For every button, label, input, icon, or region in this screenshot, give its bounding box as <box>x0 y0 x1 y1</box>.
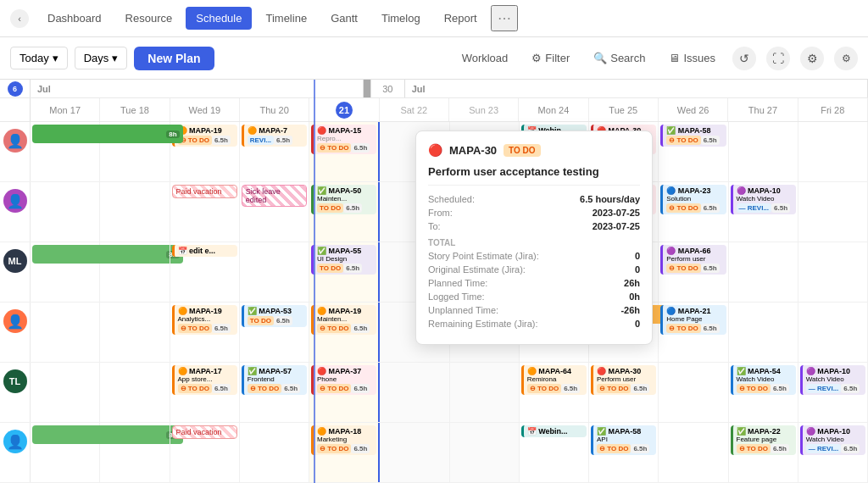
new-plan-button[interactable]: New Plan <box>134 47 214 70</box>
row5-mon17[interactable] <box>31 363 100 422</box>
task-edit-r3[interactable]: 📅 edit e... <box>172 245 237 257</box>
popup-unplanned-row: Unplanned Time: -26h <box>428 305 640 315</box>
row5-tue18[interactable] <box>100 363 170 422</box>
row5-mon24[interactable]: 🟠 MAPA-64 Remirona ⊖ TO DO6.5h <box>520 363 589 422</box>
row6-mon17[interactable]: 8h <box>31 423 100 482</box>
issues-button[interactable]: 🖥 Issues <box>662 48 722 68</box>
row3-thu27[interactable] <box>729 242 798 302</box>
row6-tue25[interactable]: ✅ MAPA-58 API ⊖ TO DO6.5h <box>589 423 659 482</box>
row2-mon17[interactable] <box>31 182 100 242</box>
task-mapa7-r1[interactable]: 🟠 MAPA-7 REVI...6.5h <box>242 125 307 147</box>
task-mapa23-r2[interactable]: 🔵 MAPA-23 Solution ⊖ TO DO6.5h <box>660 185 726 214</box>
nav-tab-dashboard[interactable]: Dashboard <box>37 7 112 30</box>
row3-mon17[interactable]: 8h <box>31 242 100 302</box>
nav-more-button[interactable]: ⋯ <box>491 5 518 31</box>
task-mapa21-r4[interactable]: 🔵 MAPA-21 Home Page ⊖ TO DO6.5h <box>660 305 726 335</box>
days-button[interactable]: Days ▾ <box>75 47 128 69</box>
row4-thu20[interactable]: ✅ MAPA-53 TO DO6.5h <box>240 303 309 362</box>
row6-fri28[interactable]: 🟣 MAPA-10 Watch Video — REVI...6.5h <box>798 423 868 482</box>
task-webin-r6[interactable]: 📅 Webin... <box>521 425 587 437</box>
row5-sat22[interactable] <box>380 363 449 422</box>
row3-fri21[interactable]: ✅ MAPA-55 UI Design TO DO6.5h <box>309 242 380 302</box>
row1-mon17[interactable]: 8h <box>31 122 100 181</box>
row5-thu20[interactable]: ✅ MAPA-57 Frontend ⊖ TO DO6.5h <box>240 363 309 422</box>
gear-button[interactable]: ⚙ <box>834 47 858 70</box>
filter-button[interactable]: ⚙ Filter <box>525 48 576 68</box>
row5-sun23[interactable] <box>450 363 520 422</box>
nav-tab-report[interactable]: Report <box>434 7 487 30</box>
row2-tue18[interactable] <box>100 182 170 242</box>
fullscreen-button[interactable]: ⛶ <box>766 47 790 70</box>
task-mapa55-r3[interactable]: ✅ MAPA-55 UI Design TO DO6.5h <box>311 245 376 275</box>
nav-tab-schedule[interactable]: Schedule <box>186 7 252 30</box>
row3-wed26[interactable]: 🟣 MAPA-66 Perform user ⊖ TO DO6.5h <box>659 242 728 302</box>
row5-wed26[interactable] <box>659 363 728 422</box>
task-mapa64-r5[interactable]: 🟠 MAPA-64 Remirona ⊖ TO DO6.5h <box>521 365 587 395</box>
row6-sun23[interactable] <box>450 423 520 482</box>
task-mapa19b-r4[interactable]: 🟠 MAPA-19 Mainten... ⊖ TO DO6.5h <box>311 305 376 335</box>
search-button[interactable]: 🔍 Search <box>587 48 652 68</box>
task-mapa10-r2[interactable]: 🟣 MAPA-10 Watch Video — REVI...6.5h <box>731 185 796 214</box>
row3-thu20[interactable] <box>240 242 309 302</box>
row3-wed19[interactable]: 📅 edit e... <box>170 242 240 302</box>
row1-wed26[interactable]: ✅ MAPA-58 ⊖ TO DO6.5h <box>659 122 728 181</box>
settings-sliders-button[interactable]: ⚙ <box>800 47 824 70</box>
row2-fri21[interactable]: ✅ MAPA-50 Mainten... TO DO6.5h <box>309 182 380 242</box>
row2-wed26[interactable]: 🔵 MAPA-23 Solution ⊖ TO DO6.5h <box>659 182 728 242</box>
nav-back-arrow[interactable]: ‹ <box>10 9 29 28</box>
task-mapa37-r5[interactable]: 🔴 MAPA-37 Phone ⊖ TO DO6.5h <box>311 365 376 395</box>
row4-fri28[interactable] <box>798 303 868 362</box>
task-mapa57-r5[interactable]: ✅ MAPA-57 Frontend ⊖ TO DO6.5h <box>242 365 307 395</box>
task-mapa54-r5[interactable]: ✅ MAPA-54 Watch Video ⊖ TO DO6.5h <box>731 365 796 395</box>
row6-tue18[interactable] <box>100 423 170 482</box>
row2-thu20[interactable]: Sick leave edited <box>240 182 309 242</box>
row3-fri28[interactable] <box>798 242 868 302</box>
row4-fri21[interactable]: 🟠 MAPA-19 Mainten... ⊖ TO DO6.5h <box>309 303 380 362</box>
task-mapa58-r6[interactable]: ✅ MAPA-58 API ⊖ TO DO6.5h <box>591 425 656 455</box>
nav-tab-timeline[interactable]: Timeline <box>255 7 317 30</box>
row6-thu27[interactable]: ✅ MAPA-22 Feature page ⊖ TO DO6.5h <box>729 423 798 482</box>
row1-thu20[interactable]: 🟠 MAPA-7 REVI...6.5h <box>240 122 309 181</box>
row1-fri21[interactable]: 🔴 MAPA-15 Repro... ⊖ TO DO6.5h <box>309 122 380 181</box>
today-button[interactable]: Today ▾ <box>10 47 68 69</box>
row4-wed19[interactable]: 🟠 MAPA-19 Analytics... ⊖ TO DO6.5h <box>170 303 240 362</box>
row5-fri21[interactable]: 🔴 MAPA-37 Phone ⊖ TO DO6.5h <box>309 363 380 422</box>
task-mapa19-r4[interactable]: 🟠 MAPA-19 Analytics... ⊖ TO DO6.5h <box>172 305 237 335</box>
row4-thu27[interactable] <box>729 303 798 362</box>
row6-sat22[interactable] <box>380 423 449 482</box>
nav-tab-gantt[interactable]: Gantt <box>320 7 368 30</box>
task-mapa10-r5[interactable]: 🟣 MAPA-10 Watch Video — REVI...6.5h <box>800 365 865 395</box>
task-mapa50-r2[interactable]: ✅ MAPA-50 Mainten... TO DO6.5h <box>311 185 376 214</box>
row5-fri28[interactable]: 🟣 MAPA-10 Watch Video — REVI...6.5h <box>798 363 868 422</box>
task-mapa30-r5[interactable]: 🔴 MAPA-30 Perform user ⊖ TO DO6.5h <box>591 365 656 395</box>
row4-tue18[interactable] <box>100 303 170 362</box>
workload-button[interactable]: Workload <box>455 48 515 68</box>
row3-tue18[interactable] <box>100 242 170 302</box>
row6-wed26[interactable] <box>659 423 728 482</box>
row1-thu27[interactable] <box>729 122 798 181</box>
row2-fri28[interactable] <box>798 182 868 242</box>
row4-wed26[interactable]: 🔵 MAPA-21 Home Page ⊖ TO DO6.5h <box>659 303 728 362</box>
row5-thu27[interactable]: ✅ MAPA-54 Watch Video ⊖ TO DO6.5h <box>729 363 798 422</box>
task-mapa18-r6[interactable]: 🟠 MAPA-18 Marketing ⊖ TO DO6.5h <box>311 425 376 455</box>
task-mapa53-r4[interactable]: ✅ MAPA-53 TO DO6.5h <box>242 305 307 327</box>
task-mapa22-r6[interactable]: ✅ MAPA-22 Feature page ⊖ TO DO6.5h <box>731 425 796 455</box>
row2-wed19[interactable]: Paid vacation <box>170 182 240 242</box>
task-mapa66-r3[interactable]: 🟣 MAPA-66 Perform user ⊖ TO DO6.5h <box>660 245 726 275</box>
nav-tab-timelog[interactable]: Timelog <box>371 7 431 30</box>
row1-fri28[interactable] <box>798 122 868 181</box>
row6-wed19[interactable]: Paid vacation <box>170 423 240 482</box>
task-mapa17-r5[interactable]: 🟠 MAPA-17 App store... ⊖ TO DO6.5h <box>172 365 237 395</box>
row2-thu27[interactable]: 🟣 MAPA-10 Watch Video — REVI...6.5h <box>729 182 798 242</box>
row5-tue25[interactable]: 🔴 MAPA-30 Perform user ⊖ TO DO6.5h <box>589 363 659 422</box>
task-mapa10-r6[interactable]: 🟣 MAPA-10 Watch Video — REVI...6.5h <box>800 425 865 455</box>
nav-tab-resource[interactable]: Resource <box>115 7 183 30</box>
task-mapa58-r1[interactable]: ✅ MAPA-58 ⊖ TO DO6.5h <box>660 125 726 147</box>
row6-thu20[interactable] <box>240 423 309 482</box>
row5-wed19[interactable]: 🟠 MAPA-17 App store... ⊖ TO DO6.5h <box>170 363 240 422</box>
row4-mon17[interactable] <box>31 303 100 362</box>
task-mapa15-r1[interactable]: 🔴 MAPA-15 Repro... ⊖ TO DO6.5h <box>311 125 376 154</box>
row6-mon24[interactable]: 📅 Webin... <box>520 423 589 482</box>
row6-fri21[interactable]: 🟠 MAPA-18 Marketing ⊖ TO DO6.5h <box>309 423 380 482</box>
refresh-button[interactable]: ↺ <box>732 47 756 70</box>
